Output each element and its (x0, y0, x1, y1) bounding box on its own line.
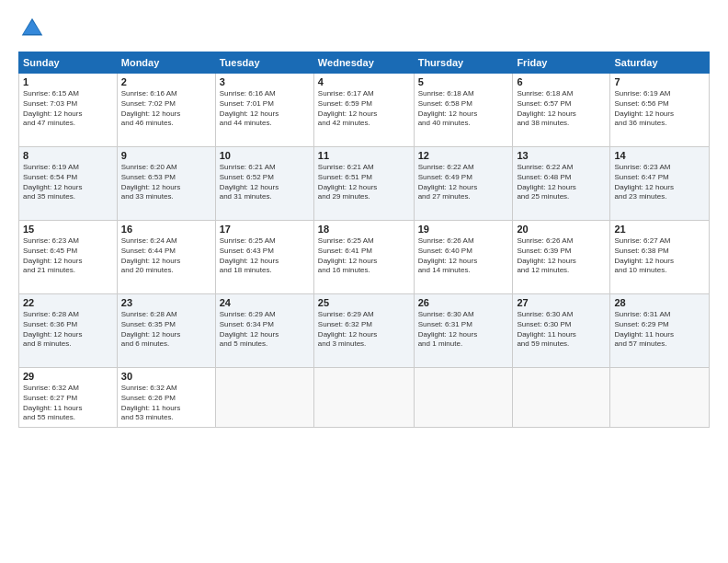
day-info: Sunrise: 6:16 AM Sunset: 7:01 PM Dayligh… (220, 89, 310, 129)
logo-icon (18, 15, 46, 42)
day-info: Sunrise: 6:26 AM Sunset: 6:39 PM Dayligh… (517, 236, 606, 276)
day-info: Sunrise: 6:30 AM Sunset: 6:30 PM Dayligh… (517, 310, 606, 350)
day-number: 4 (318, 76, 410, 87)
day-number: 9 (121, 150, 211, 161)
weekday-header-saturday: Saturday (610, 52, 710, 74)
day-info: Sunrise: 6:32 AM Sunset: 6:27 PM Dayligh… (23, 384, 113, 423)
calendar-cell (215, 368, 313, 428)
day-info: Sunrise: 6:21 AM Sunset: 6:51 PM Dayligh… (318, 163, 410, 202)
weekday-header-sunday: Sunday (19, 52, 118, 74)
calendar-week-row: 15Sunrise: 6:23 AM Sunset: 6:45 PM Dayli… (19, 221, 710, 294)
day-number: 29 (23, 371, 113, 382)
day-info: Sunrise: 6:28 AM Sunset: 6:36 PM Dayligh… (23, 310, 113, 350)
day-info: Sunrise: 6:19 AM Sunset: 6:54 PM Dayligh… (23, 163, 113, 202)
calendar-cell: 9Sunrise: 6:20 AM Sunset: 6:53 PM Daylig… (117, 147, 215, 221)
day-number: 19 (418, 224, 509, 235)
calendar-cell: 18Sunrise: 6:25 AM Sunset: 6:41 PM Dayli… (313, 221, 414, 294)
day-info: Sunrise: 6:29 AM Sunset: 6:34 PM Dayligh… (220, 310, 310, 350)
day-info: Sunrise: 6:27 AM Sunset: 6:38 PM Dayligh… (614, 236, 705, 276)
day-info: Sunrise: 6:22 AM Sunset: 6:48 PM Dayligh… (517, 163, 606, 202)
day-number: 26 (418, 297, 509, 308)
calendar-cell: 26Sunrise: 6:30 AM Sunset: 6:31 PM Dayli… (414, 294, 513, 368)
calendar-cell: 6Sunrise: 6:18 AM Sunset: 6:57 PM Daylig… (513, 74, 610, 147)
day-number: 30 (121, 371, 211, 382)
day-number: 5 (418, 76, 509, 87)
day-number: 27 (517, 297, 606, 308)
day-info: Sunrise: 6:30 AM Sunset: 6:31 PM Dayligh… (418, 310, 509, 350)
calendar-page: SundayMondayTuesdayWednesdayThursdayFrid… (0, 0, 728, 563)
weekday-header-row: SundayMondayTuesdayWednesdayThursdayFrid… (19, 52, 710, 74)
calendar-cell (610, 368, 710, 428)
day-info: Sunrise: 6:20 AM Sunset: 6:53 PM Dayligh… (121, 163, 211, 202)
day-number: 8 (23, 150, 113, 161)
svg-marker-1 (23, 20, 41, 34)
day-number: 11 (318, 150, 410, 161)
day-info: Sunrise: 6:16 AM Sunset: 7:02 PM Dayligh… (121, 89, 211, 129)
calendar-cell: 19Sunrise: 6:26 AM Sunset: 6:40 PM Dayli… (414, 221, 513, 294)
weekday-header-tuesday: Tuesday (215, 52, 313, 74)
calendar-cell: 10Sunrise: 6:21 AM Sunset: 6:52 PM Dayli… (215, 147, 313, 221)
calendar-cell: 13Sunrise: 6:22 AM Sunset: 6:48 PM Dayli… (513, 147, 610, 221)
calendar-week-row: 22Sunrise: 6:28 AM Sunset: 6:36 PM Dayli… (19, 294, 710, 368)
calendar-cell: 23Sunrise: 6:28 AM Sunset: 6:35 PM Dayli… (117, 294, 215, 368)
day-number: 7 (614, 76, 705, 87)
calendar-cell: 17Sunrise: 6:25 AM Sunset: 6:43 PM Dayli… (215, 221, 313, 294)
day-info: Sunrise: 6:21 AM Sunset: 6:52 PM Dayligh… (220, 163, 310, 202)
day-number: 13 (517, 150, 606, 161)
calendar-cell: 14Sunrise: 6:23 AM Sunset: 6:47 PM Dayli… (610, 147, 710, 221)
calendar-cell: 7Sunrise: 6:19 AM Sunset: 6:56 PM Daylig… (610, 74, 710, 147)
day-number: 17 (220, 224, 310, 235)
calendar-cell: 20Sunrise: 6:26 AM Sunset: 6:39 PM Dayli… (513, 221, 610, 294)
day-number: 24 (220, 297, 310, 308)
day-number: 21 (614, 224, 705, 235)
day-info: Sunrise: 6:17 AM Sunset: 6:59 PM Dayligh… (318, 89, 410, 129)
day-info: Sunrise: 6:19 AM Sunset: 6:56 PM Dayligh… (614, 89, 705, 129)
day-info: Sunrise: 6:22 AM Sunset: 6:49 PM Dayligh… (418, 163, 509, 202)
day-number: 16 (121, 224, 211, 235)
day-number: 18 (318, 224, 410, 235)
calendar-cell: 15Sunrise: 6:23 AM Sunset: 6:45 PM Dayli… (19, 221, 118, 294)
weekday-header-monday: Monday (117, 52, 215, 74)
day-number: 10 (220, 150, 310, 161)
day-info: Sunrise: 6:25 AM Sunset: 6:41 PM Dayligh… (318, 236, 410, 276)
day-number: 20 (517, 224, 606, 235)
calendar-cell: 12Sunrise: 6:22 AM Sunset: 6:49 PM Dayli… (414, 147, 513, 221)
day-info: Sunrise: 6:18 AM Sunset: 6:58 PM Dayligh… (418, 89, 509, 129)
calendar-cell (313, 368, 414, 428)
day-info: Sunrise: 6:26 AM Sunset: 6:40 PM Dayligh… (418, 236, 509, 276)
day-info: Sunrise: 6:23 AM Sunset: 6:47 PM Dayligh… (614, 163, 705, 202)
day-info: Sunrise: 6:29 AM Sunset: 6:32 PM Dayligh… (318, 310, 410, 350)
weekday-header-wednesday: Wednesday (313, 52, 414, 74)
day-number: 28 (614, 297, 705, 308)
calendar-cell: 3Sunrise: 6:16 AM Sunset: 7:01 PM Daylig… (215, 74, 313, 147)
calendar-week-row: 8Sunrise: 6:19 AM Sunset: 6:54 PM Daylig… (19, 147, 710, 221)
weekday-header-friday: Friday (513, 52, 610, 74)
calendar-cell: 24Sunrise: 6:29 AM Sunset: 6:34 PM Dayli… (215, 294, 313, 368)
day-info: Sunrise: 6:18 AM Sunset: 6:57 PM Dayligh… (517, 89, 606, 129)
day-number: 3 (220, 76, 310, 87)
calendar-cell: 27Sunrise: 6:30 AM Sunset: 6:30 PM Dayli… (513, 294, 610, 368)
day-number: 15 (23, 224, 113, 235)
day-info: Sunrise: 6:28 AM Sunset: 6:35 PM Dayligh… (121, 310, 211, 350)
day-info: Sunrise: 6:23 AM Sunset: 6:45 PM Dayligh… (23, 236, 113, 276)
day-number: 23 (121, 297, 211, 308)
calendar-week-row: 29Sunrise: 6:32 AM Sunset: 6:27 PM Dayli… (19, 368, 710, 428)
logo (18, 15, 51, 42)
day-info: Sunrise: 6:25 AM Sunset: 6:43 PM Dayligh… (220, 236, 310, 276)
day-info: Sunrise: 6:31 AM Sunset: 6:29 PM Dayligh… (614, 310, 705, 350)
calendar-cell: 11Sunrise: 6:21 AM Sunset: 6:51 PM Dayli… (313, 147, 414, 221)
calendar-cell: 5Sunrise: 6:18 AM Sunset: 6:58 PM Daylig… (414, 74, 513, 147)
calendar-cell: 21Sunrise: 6:27 AM Sunset: 6:38 PM Dayli… (610, 221, 710, 294)
calendar-cell: 1Sunrise: 6:15 AM Sunset: 7:03 PM Daylig… (19, 74, 118, 147)
calendar-cell: 28Sunrise: 6:31 AM Sunset: 6:29 PM Dayli… (610, 294, 710, 368)
day-info: Sunrise: 6:15 AM Sunset: 7:03 PM Dayligh… (23, 89, 113, 129)
day-info: Sunrise: 6:32 AM Sunset: 6:26 PM Dayligh… (121, 384, 211, 423)
calendar-cell: 29Sunrise: 6:32 AM Sunset: 6:27 PM Dayli… (19, 368, 118, 428)
calendar-cell: 4Sunrise: 6:17 AM Sunset: 6:59 PM Daylig… (313, 74, 414, 147)
calendar-cell (513, 368, 610, 428)
calendar-cell: 8Sunrise: 6:19 AM Sunset: 6:54 PM Daylig… (19, 147, 118, 221)
day-number: 25 (318, 297, 410, 308)
day-number: 12 (418, 150, 509, 161)
day-number: 2 (121, 76, 211, 87)
day-number: 6 (517, 76, 606, 87)
